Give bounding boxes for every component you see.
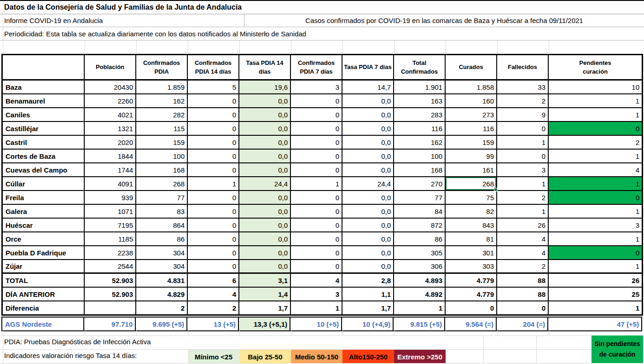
table-cell[interactable]: 843	[446, 219, 497, 232]
table-cell[interactable]: 3	[291, 288, 342, 301]
table-cell[interactable]: 0	[291, 246, 342, 260]
table-cell[interactable]: 159	[446, 136, 497, 150]
table-cell[interactable]: 0,0	[342, 246, 394, 260]
row-label[interactable]: Orce	[3, 232, 85, 246]
table-cell[interactable]: 0,0	[239, 191, 291, 205]
row-label[interactable]: Puebla D Fadrique	[3, 246, 85, 260]
row-label[interactable]: Cúllar	[3, 177, 85, 191]
table-cell[interactable]: 0,0	[239, 260, 291, 274]
table-cell[interactable]: 0	[291, 150, 342, 163]
table-cell[interactable]: 0,0	[239, 232, 291, 246]
table-cell[interactable]: 14,7	[342, 81, 394, 94]
column-header[interactable]: Total Confirmados	[394, 55, 446, 81]
table-cell[interactable]: 1,4	[239, 288, 291, 301]
column-header[interactable]: Confirmados PDIA 14 días	[188, 55, 239, 81]
table-cell[interactable]: 1185	[85, 232, 136, 246]
table-cell[interactable]: 305	[394, 246, 446, 260]
table-cell[interactable]: 160	[446, 94, 497, 108]
table-cell[interactable]: 0	[549, 246, 642, 260]
table-cell[interactable]: 10 (+4,9)	[342, 318, 394, 330]
table-cell[interactable]: 24,4	[239, 177, 291, 191]
table-cell[interactable]: 4091	[85, 177, 136, 191]
table-cell[interactable]: 88	[497, 288, 549, 301]
table-cell[interactable]: 2	[188, 301, 239, 314]
table-cell[interactable]: 0,0	[342, 122, 394, 136]
table-cell[interactable]: 304	[136, 246, 188, 260]
table-cell[interactable]: 3	[549, 219, 642, 232]
table-cell[interactable]: 24,4	[342, 177, 394, 191]
table-cell[interactable]: 0,0	[342, 136, 394, 150]
table-cell[interactable]: 1	[291, 301, 342, 314]
table-cell[interactable]: 1	[549, 260, 642, 274]
table-cell[interactable]: 4	[188, 288, 239, 301]
table-cell[interactable]: 115	[136, 122, 188, 136]
table-cell[interactable]: 4	[291, 274, 342, 288]
table-cell[interactable]: 116	[394, 122, 446, 136]
table-cell[interactable]: 1	[291, 177, 342, 191]
table-cell[interactable]: 0	[188, 191, 239, 205]
table-cell[interactable]: 1	[497, 177, 549, 191]
row-label[interactable]: Castilléjar	[3, 122, 85, 136]
table-cell[interactable]: 1,7	[239, 301, 291, 314]
table-cell[interactable]: 0	[291, 191, 342, 205]
table-cell[interactable]: 20430	[85, 81, 136, 94]
table-cell[interactable]: 2	[136, 301, 188, 314]
table-cell[interactable]: 100	[136, 150, 188, 163]
table-cell[interactable]: 0	[291, 163, 342, 177]
table-cell[interactable]: 4.892	[394, 288, 446, 301]
table-cell[interactable]: 4.779	[446, 288, 497, 301]
table-cell[interactable]: 1	[497, 136, 549, 150]
table-cell[interactable]: 47 (+5)	[548, 318, 641, 330]
table-cell[interactable]: 0	[497, 122, 549, 136]
table-cell[interactable]: 9.815 (+5)	[394, 318, 445, 330]
table-cell[interactable]: 1	[549, 205, 642, 219]
table-cell[interactable]: 168	[394, 163, 446, 177]
table-cell[interactable]: 26	[497, 219, 549, 232]
table-cell[interactable]: 0	[188, 246, 239, 260]
table-cell[interactable]: 0	[188, 136, 239, 150]
table-cell[interactable]: 0	[188, 150, 239, 163]
table-cell[interactable]: 0,0	[239, 122, 291, 136]
table-cell[interactable]: 0,0	[239, 108, 291, 122]
table-cell[interactable]: 2	[497, 260, 549, 274]
table-cell[interactable]: 19,6	[239, 81, 291, 94]
row-label[interactable]: Huéscar	[3, 219, 85, 232]
table-cell[interactable]: 0	[549, 191, 642, 205]
table-cell[interactable]: 33	[497, 81, 549, 94]
column-header[interactable]: Tasa PDIA 7 dias	[342, 55, 394, 81]
table-cell[interactable]: 1071	[85, 205, 136, 219]
table-cell[interactable]: 0	[188, 94, 239, 108]
table-cell[interactable]: 13 (+5)	[187, 318, 239, 330]
corner-cell[interactable]	[3, 55, 85, 81]
table-cell[interactable]: 0	[291, 136, 342, 150]
table-cell[interactable]: 0	[549, 122, 642, 136]
row-label[interactable]: AGS Nordeste	[2, 318, 84, 330]
table-cell[interactable]: 864	[136, 219, 188, 232]
row-label[interactable]: Cortes de Baza	[3, 150, 85, 163]
table-cell[interactable]: 0,0	[342, 108, 394, 122]
table-cell[interactable]: 0	[291, 108, 342, 122]
table-cell[interactable]: 0	[291, 232, 342, 246]
table-cell[interactable]: 6	[188, 274, 239, 288]
table-cell[interactable]: 0,0	[342, 150, 394, 163]
row-label[interactable]: Benamaurel	[3, 94, 85, 108]
table-cell[interactable]: 0,0	[239, 246, 291, 260]
table-cell[interactable]: 0	[188, 108, 239, 122]
table-cell[interactable]: 4.779	[446, 274, 497, 288]
table-cell[interactable]: 82	[446, 205, 497, 219]
table-cell[interactable]: 2544	[85, 260, 136, 274]
table-cell[interactable]: 0,0	[342, 205, 394, 219]
table-cell[interactable]: 0,0	[239, 205, 291, 219]
row-label[interactable]: Baza	[3, 81, 85, 94]
table-cell[interactable]: 0	[188, 219, 239, 232]
table-cell[interactable]: 84	[394, 205, 446, 219]
table-cell[interactable]: 0	[188, 122, 239, 136]
table-cell[interactable]: 162	[394, 136, 446, 150]
table-cell[interactable]: 1	[549, 232, 642, 246]
table-cell[interactable]: 162	[136, 94, 188, 108]
table-cell[interactable]: 0,0	[342, 260, 394, 274]
table-cell[interactable]: 86	[136, 232, 188, 246]
table-cell[interactable]: 1	[394, 301, 446, 314]
table-cell[interactable]: 13,3 (+5,1)	[239, 318, 290, 330]
table-cell[interactable]: 75	[446, 191, 497, 205]
